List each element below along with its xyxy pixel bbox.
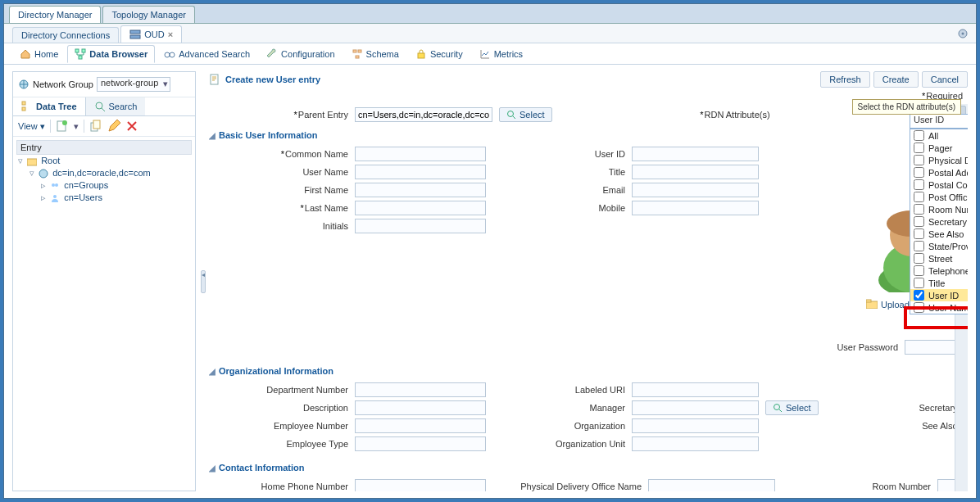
expand-toggle[interactable]: ▹	[39, 180, 48, 191]
rdn-option-checkbox[interactable]	[914, 241, 924, 251]
phys-deliv-input[interactable]	[648, 479, 775, 491]
rdn-option[interactable]: Secretary	[910, 215, 968, 228]
tab-topology-manager[interactable]: Topology Manager	[102, 6, 195, 23]
nav-security[interactable]: Security	[408, 45, 470, 63]
parent-entry-input[interactable]	[355, 107, 492, 122]
manager-input[interactable]	[632, 400, 759, 415]
nav-home[interactable]: Home	[12, 45, 66, 63]
labeled-uri-input[interactable]	[632, 382, 759, 397]
expand-toggle[interactable]: ▿	[16, 156, 25, 166]
expand-toggle[interactable]: ▹	[39, 192, 48, 203]
tab-oud[interactable]: OUD ×	[120, 25, 182, 43]
splitter[interactable]: ◂	[201, 71, 206, 491]
rdn-option[interactable]: Post Office Box	[910, 191, 968, 203]
tree-node-groups[interactable]: cn=Groups	[64, 180, 108, 190]
expand-toggle[interactable]: ▿	[28, 168, 36, 179]
rdn-option-checkbox[interactable]	[914, 228, 924, 239]
copy-entry-button[interactable]	[89, 120, 102, 133]
dept-no-input[interactable]	[355, 382, 486, 397]
rdn-option[interactable]: Room Number	[910, 203, 968, 215]
settings-icon[interactable]	[956, 27, 969, 40]
rdn-option-checkbox[interactable]	[914, 167, 924, 178]
tree-node-dc[interactable]: dc=in,dc=oracle,dc=com	[52, 168, 151, 178]
rdn-option-checkbox[interactable]	[914, 142, 924, 153]
nav-configuration[interactable]: Configuration	[259, 45, 342, 63]
svg-rect-22	[27, 159, 37, 165]
rdn-option[interactable]: User ID	[910, 289, 968, 301]
tab-directory-manager[interactable]: Directory Manager	[9, 6, 101, 23]
create-button[interactable]: Create	[873, 71, 919, 88]
rdn-option[interactable]: Pager	[910, 142, 968, 154]
cancel-button[interactable]: Cancel	[922, 71, 968, 88]
view-menu[interactable]: View ▾	[18, 121, 45, 132]
title-input[interactable]	[632, 165, 759, 179]
delete-entry-button[interactable]	[125, 120, 138, 133]
rdn-select[interactable]: User ID	[910, 114, 968, 129]
rdn-option-checkbox[interactable]	[914, 155, 924, 165]
rdn-option-checkbox[interactable]	[914, 192, 924, 202]
rdn-option[interactable]: All	[910, 129, 968, 142]
emp-type-input[interactable]	[355, 436, 486, 451]
section-basic[interactable]: ◢Basic User Information	[209, 130, 963, 140]
svg-rect-10	[358, 50, 361, 52]
rdn-option[interactable]: Street	[910, 252, 968, 265]
emp-no-input[interactable]	[355, 418, 486, 433]
rdn-option-checkbox[interactable]	[914, 179, 924, 190]
rdn-option[interactable]: See Also	[910, 228, 968, 240]
tab-data-tree[interactable]: Data Tree	[13, 97, 86, 115]
mobile-input[interactable]	[632, 201, 759, 215]
new-entry-menu[interactable]: ▾	[74, 121, 79, 132]
rdn-option[interactable]: Telephone Number	[910, 265, 968, 277]
rdn-option[interactable]: Title	[910, 277, 968, 289]
tree-node-users[interactable]: cn=Users	[64, 192, 102, 202]
page-title: Create new User entry	[209, 74, 320, 85]
nav-schema[interactable]: Schema	[344, 45, 406, 63]
last-name-input[interactable]	[355, 201, 486, 215]
network-group-select[interactable]: network-group	[97, 77, 170, 92]
svg-rect-12	[418, 53, 424, 58]
initials-input[interactable]	[355, 219, 486, 233]
rdn-option-checkbox[interactable]	[914, 130, 924, 141]
user-id-input[interactable]	[632, 147, 759, 161]
rdn-option-checkbox[interactable]	[914, 204, 924, 215]
manager-select-button[interactable]: Select	[765, 400, 819, 415]
rdn-option-checkbox[interactable]	[914, 278, 924, 288]
rdn-option-checkbox[interactable]	[914, 216, 924, 227]
parent-select-button[interactable]: Select	[499, 107, 552, 122]
svg-line-29	[513, 116, 515, 119]
rdn-option[interactable]: Postal Code	[910, 179, 968, 191]
rdn-option-checkbox[interactable]	[914, 302, 924, 313]
user-name-input[interactable]	[355, 165, 486, 179]
rdn-option-checkbox[interactable]	[914, 265, 924, 276]
tree-node-root[interactable]: Root	[41, 156, 60, 165]
nav-advanced-search[interactable]: Advanced Search	[157, 45, 257, 63]
close-icon[interactable]: ×	[168, 29, 173, 39]
search-icon	[506, 110, 516, 120]
organization-input[interactable]	[632, 418, 759, 433]
rdn-option[interactable]: State/Province Name	[910, 240, 968, 252]
description-input[interactable]	[355, 400, 486, 415]
rdn-option-label: Pager	[928, 143, 952, 153]
rdn-option-checkbox[interactable]	[914, 290, 924, 301]
first-name-input[interactable]	[355, 183, 486, 197]
section-contact[interactable]: ◢Contact Information	[209, 463, 963, 473]
nav-metrics[interactable]: Metrics	[472, 45, 530, 63]
group-icon	[50, 181, 60, 191]
edit-entry-button[interactable]	[107, 120, 120, 133]
org-unit-input[interactable]	[632, 436, 759, 451]
home-phone-input[interactable]	[355, 479, 486, 491]
rdn-option-checkbox[interactable]	[914, 253, 924, 264]
tab-search[interactable]: Search	[86, 97, 146, 115]
common-name-input[interactable]	[355, 147, 486, 161]
new-entry-button[interactable]	[56, 120, 69, 133]
users-icon	[50, 193, 60, 203]
refresh-button[interactable]: Refresh	[820, 71, 870, 88]
rdn-option[interactable]: Postal Address	[910, 166, 968, 179]
upload-link[interactable]: Upload	[881, 300, 910, 310]
nav-data-browser[interactable]: Data Browser	[67, 45, 155, 63]
rdn-option[interactable]: User Name	[910, 301, 968, 314]
section-org[interactable]: ◢Organizational Information	[209, 366, 963, 376]
rdn-option[interactable]: Physical Delivery Office Name	[910, 154, 968, 166]
email-input[interactable]	[632, 183, 759, 197]
tab-directory-connections[interactable]: Directory Connections	[12, 27, 119, 43]
